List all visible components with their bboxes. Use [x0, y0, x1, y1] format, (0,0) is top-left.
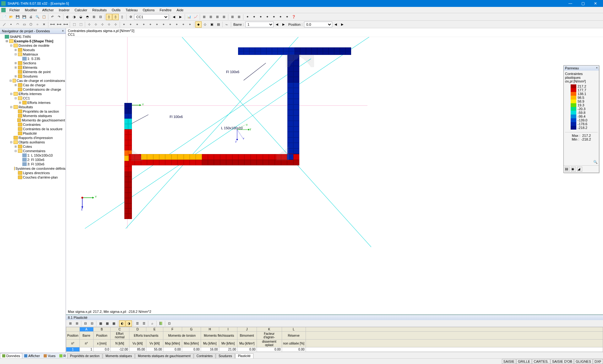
- tree-commentaires[interactable]: Commentaires: [23, 149, 46, 153]
- col-C[interactable]: C: [110, 327, 129, 332]
- grid-btn-1[interactable]: ⊞: [67, 320, 73, 327]
- loadcase-dropdown[interactable]: CC1: [134, 14, 169, 20]
- legend-close-icon[interactable]: ×: [596, 66, 598, 70]
- col-G[interactable]: G: [182, 327, 201, 332]
- mod-i-icon[interactable]: ⌖: [174, 21, 180, 28]
- tree-materiaux[interactable]: Matériaux: [23, 52, 38, 56]
- copy-icon[interactable]: 📋: [41, 14, 47, 20]
- mod-b-icon[interactable]: ⌖: [128, 21, 134, 28]
- menu-tableau[interactable]: Tableau: [123, 8, 140, 13]
- tree-noeuds[interactable]: Noeuds: [23, 48, 35, 52]
- legend-zoom-icon[interactable]: 🔍: [593, 160, 598, 164]
- tree-mat1[interactable]: 1: S 235: [27, 57, 40, 61]
- view-b-icon[interactable]: ⊞: [208, 14, 214, 20]
- extra-d-icon[interactable]: ✦: [264, 14, 270, 20]
- mod-a-icon[interactable]: ⌖: [121, 21, 127, 28]
- col-I[interactable]: I: [219, 327, 237, 332]
- grid-btn-3[interactable]: ⊟: [82, 320, 89, 327]
- tree-contraintes[interactable]: Contraintes: [23, 123, 41, 126]
- project-tree[interactable]: SHAPE-THIN ⊟Exemple-5 [Shape Thin] ⊟Donn…: [0, 34, 66, 353]
- grid-btn-8[interactable]: ◐: [119, 320, 125, 327]
- tree-prop-section[interactable]: Propriétés de la section: [23, 110, 59, 113]
- tree-contraintes-soud[interactable]: Contraintes de la soudure: [23, 127, 62, 131]
- menu-fenetre[interactable]: Fenêtre: [157, 8, 174, 13]
- position-dropdown[interactable]: 0.0: [304, 22, 332, 27]
- tree-comm2[interactable]: 2: Fl 100x6: [27, 158, 44, 162]
- tree-comm3[interactable]: 3: Fl 100x6: [27, 162, 44, 166]
- mod-f-icon[interactable]: ⌖: [154, 21, 160, 28]
- panel2-icon[interactable]: ▯: [112, 14, 119, 20]
- barre-prev-icon[interactable]: ◀: [274, 21, 280, 28]
- view-tab-vues[interactable]: Vues: [42, 353, 57, 358]
- minimize-button[interactable]: —: [564, 0, 577, 7]
- draw-circle-icon[interactable]: ○: [34, 21, 41, 28]
- grid-btn-11[interactable]: ☰: [141, 320, 147, 327]
- table-row[interactable]: 1 1 0.0 -12.00 85.00 55.00 0.00 0.00 16.…: [66, 347, 603, 352]
- col-D[interactable]: D: [129, 327, 146, 332]
- tab-soudures[interactable]: Soudures: [216, 353, 235, 358]
- save-icon[interactable]: 💾: [14, 14, 21, 20]
- tree-combis[interactable]: Combinaisons de charge: [23, 88, 61, 91]
- navigator-close-icon[interactable]: ×: [62, 29, 64, 33]
- legend-mode2-icon[interactable]: ◉: [571, 167, 576, 172]
- redo-icon[interactable]: ↷: [56, 14, 62, 20]
- dim-c-icon[interactable]: ⟷: [62, 21, 69, 28]
- results-b-icon[interactable]: 📈: [193, 14, 199, 20]
- grid-btn-excel-icon[interactable]: 📗: [158, 320, 164, 327]
- tree-soudures[interactable]: Soudures: [23, 74, 38, 78]
- grid-btn-4[interactable]: ⊟: [89, 320, 95, 327]
- view-d-icon[interactable]: ⊞: [221, 14, 227, 20]
- view-f-icon[interactable]: ⊞: [236, 14, 242, 20]
- tab-moments-gauch[interactable]: Moments statiques de gauchissement: [135, 353, 193, 358]
- grid-btn-2[interactable]: ⊞: [74, 320, 80, 327]
- grid-btn-6[interactable]: ▦: [104, 320, 110, 327]
- menu-outils[interactable]: Outils: [109, 8, 123, 13]
- panel3-icon[interactable]: ▯: [119, 14, 125, 20]
- tree-elements-point[interactable]: Éléments de point: [23, 70, 51, 74]
- saveall-icon[interactable]: 💾: [21, 14, 27, 20]
- tool-c-icon[interactable]: ◒: [78, 14, 84, 20]
- snap-a-icon[interactable]: ⊹: [86, 21, 92, 28]
- extra-a-icon[interactable]: ✦: [244, 14, 251, 20]
- menu-calculer[interactable]: Calculer: [72, 8, 90, 13]
- extra-f-icon[interactable]: ✦: [277, 14, 284, 20]
- pos-next-icon[interactable]: ▶: [339, 21, 345, 28]
- graphics-canvas[interactable]: Fl 100x6 Fl 100x6 L 150x100x10 Y Z: [66, 37, 603, 309]
- mod-g-icon[interactable]: ⌖: [160, 21, 167, 28]
- disp-c-icon[interactable]: ▣: [209, 21, 215, 28]
- tree-rapports[interactable]: Rapports d'impression: [19, 136, 53, 140]
- tree-sections[interactable]: Sections: [23, 61, 36, 65]
- tree-elements[interactable]: Éléments: [23, 66, 37, 69]
- mod-j-icon[interactable]: ⌖: [180, 21, 187, 28]
- col-B[interactable]: B: [93, 327, 110, 332]
- extra-b-icon[interactable]: ✦: [251, 14, 257, 20]
- draw-x-icon[interactable]: ✕: [41, 21, 47, 28]
- tab-contraintes[interactable]: Contraintes: [194, 353, 215, 358]
- tree-efforts[interactable]: Efforts internes: [19, 92, 42, 96]
- extra-e-icon[interactable]: ✦: [271, 14, 277, 20]
- mod-k-icon[interactable]: ⌖: [187, 21, 193, 28]
- grid-btn-13[interactable]: ⊡: [166, 320, 172, 327]
- menu-modifier[interactable]: Modifier: [22, 8, 40, 13]
- pos-prev-icon[interactable]: ◀: [333, 21, 339, 28]
- tree-cas-de-charge[interactable]: Cas de charge: [23, 83, 46, 87]
- new-icon[interactable]: 📄: [1, 14, 8, 20]
- undo-icon[interactable]: ↶: [49, 14, 56, 20]
- grid-btn-7[interactable]: ▦: [111, 320, 117, 327]
- extra-c-icon[interactable]: ✦: [258, 14, 264, 20]
- legend-mode1-icon[interactable]: ▤: [565, 167, 570, 172]
- maximize-button[interactable]: ▢: [577, 0, 589, 7]
- tree-root[interactable]: SHAPE-THIN: [10, 35, 31, 39]
- tree-moments-gauch[interactable]: Moments de gauchissement: [22, 118, 65, 122]
- results-grid[interactable]: A B C D E F G H I J K L: [66, 327, 603, 352]
- col-H[interactable]: H: [201, 327, 219, 332]
- snap-c-icon[interactable]: ⊹: [99, 21, 106, 28]
- next-lc-icon[interactable]: ▶: [177, 14, 184, 20]
- prev-lc-icon[interactable]: ◀: [171, 14, 177, 20]
- status-glignes[interactable]: GLIGNES: [574, 359, 593, 364]
- grid-btn-10[interactable]: ☰: [134, 320, 140, 327]
- tree-comm1[interactable]: 1: L 150x100x10: [27, 153, 53, 157]
- snap-d-icon[interactable]: ⊹: [106, 21, 112, 28]
- col-F[interactable]: F: [163, 327, 182, 332]
- tab-moments-stat[interactable]: Moments statiques: [103, 353, 135, 358]
